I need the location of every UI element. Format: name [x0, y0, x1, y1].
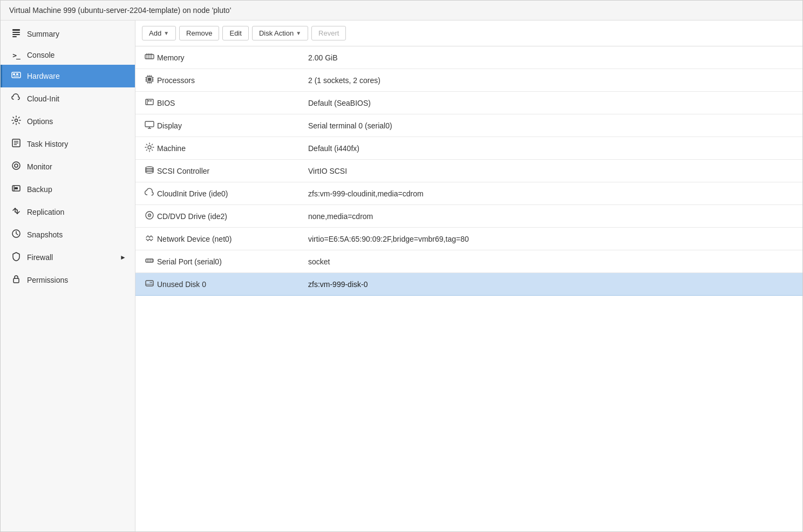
svg-rect-3	[12, 36, 17, 37]
table-row[interactable]: Processors 2 (1 sockets, 2 cores)	[135, 69, 802, 92]
memory-label: Memory	[157, 53, 308, 62]
sidebar-label-snapshots: Snapshots	[27, 230, 63, 239]
svg-rect-45	[150, 100, 152, 101]
revert-label: Revert	[318, 29, 339, 37]
sidebar-item-console[interactable]: >_ Console	[1, 45, 135, 65]
content-area: Add ▼ Remove Edit Disk Action ▼ Revert	[135, 21, 802, 531]
cloudinit-label: CloudInit Drive (ide0)	[157, 189, 308, 198]
table-row[interactable]: Serial Port (serial0) socket	[135, 250, 802, 273]
processors-value: 2 (1 sockets, 2 cores)	[308, 76, 796, 85]
table-row[interactable]: Unused Disk 0 zfs:vm-999-disk-0	[135, 273, 802, 296]
svg-rect-1	[12, 32, 20, 33]
network-value: virtio=E6:5A:65:90:09:2F,bridge=vmbr69,t…	[308, 235, 796, 243]
bios-value: Default (SeaBIOS)	[308, 99, 796, 107]
cdrom-label: CD/DVD Drive (ide2)	[157, 212, 308, 221]
scsi-icon	[142, 165, 157, 177]
sidebar-label-hardware: Hardware	[27, 72, 60, 80]
table-row[interactable]: Network Device (net0) virtio=E6:5A:65:90…	[135, 228, 802, 250]
serial-value: socket	[308, 257, 796, 266]
unused-disk-label: Unused Disk 0	[157, 280, 308, 289]
sidebar-item-backup[interactable]: Backup	[1, 178, 135, 201]
scsi-value: VirtIO SCSI	[308, 167, 796, 175]
svg-rect-6	[16, 73, 18, 75]
sidebar-item-firewall[interactable]: Firewall ►	[1, 246, 135, 269]
table-row[interactable]: Memory 2.00 GiB	[135, 46, 802, 69]
unused-disk-icon	[142, 278, 157, 290]
revert-button[interactable]: Revert	[311, 26, 346, 40]
svg-point-14	[15, 164, 18, 167]
sidebar-label-summary: Summary	[27, 30, 59, 38]
disk-action-button[interactable]: Disk Action ▼	[252, 26, 308, 40]
disk-action-dropdown-arrow-icon: ▼	[296, 30, 301, 36]
hardware-icon	[11, 70, 22, 82]
bios-label: BIOS	[157, 99, 308, 107]
sidebar-label-console: Console	[27, 51, 55, 59]
processors-icon	[142, 74, 157, 86]
display-label: Display	[157, 121, 308, 130]
disk-action-label: Disk Action	[259, 29, 294, 37]
sidebar: Summary >_ Console Har	[1, 21, 135, 531]
table-row[interactable]: CD/DVD Drive (ide2) none,media=cdrom	[135, 205, 802, 228]
sidebar-item-task-history[interactable]: Task History	[1, 133, 135, 155]
snapshots-icon	[11, 229, 22, 241]
sidebar-label-cloud-init: Cloud-Init	[27, 94, 59, 103]
svg-rect-18	[13, 278, 19, 283]
table-row[interactable]: SCSI Controller VirtIO SCSI	[135, 160, 802, 182]
cloudinit-icon	[142, 188, 157, 200]
sidebar-item-permissions[interactable]: Permissions	[1, 269, 135, 291]
toolbar: Add ▼ Remove Edit Disk Action ▼ Revert	[135, 21, 802, 46]
sidebar-item-replication[interactable]: Replication	[1, 201, 135, 223]
main-window: Virtual Machine 999 (ubuntu-server-2204-…	[0, 0, 803, 532]
svg-point-66	[150, 282, 151, 283]
sidebar-item-snapshots[interactable]: Snapshots	[1, 223, 135, 246]
permissions-icon	[11, 274, 22, 286]
replication-icon	[11, 206, 22, 218]
network-label: Network Device (net0)	[157, 235, 308, 243]
remove-button[interactable]: Remove	[179, 26, 219, 40]
sidebar-item-hardware[interactable]: Hardware	[1, 65, 135, 87]
add-label: Add	[149, 29, 161, 37]
display-icon	[142, 120, 157, 132]
svg-point-57	[149, 215, 150, 216]
memory-value: 2.00 GiB	[308, 53, 796, 62]
svg-point-65	[151, 282, 152, 283]
sidebar-item-options[interactable]: Options	[1, 110, 135, 133]
title-bar: Virtual Machine 999 (ubuntu-server-2204-…	[1, 1, 802, 21]
svg-rect-46	[145, 121, 154, 127]
console-icon: >_	[11, 51, 22, 59]
svg-point-49	[148, 146, 151, 149]
serial-icon	[142, 256, 157, 268]
svg-rect-44	[148, 100, 149, 101]
sidebar-label-replication: Replication	[27, 208, 64, 216]
sidebar-label-options: Options	[27, 117, 53, 126]
sidebar-label-monitor: Monitor	[27, 162, 52, 171]
processors-label: Processors	[157, 76, 308, 85]
svg-rect-17	[15, 187, 18, 189]
options-icon	[11, 115, 22, 127]
edit-label: Edit	[229, 29, 241, 37]
svg-rect-4	[12, 72, 21, 78]
table-row[interactable]: Machine Default (i440fx)	[135, 137, 802, 160]
table-row[interactable]: Display Serial terminal 0 (serial0)	[135, 114, 802, 137]
cdrom-icon	[142, 210, 157, 222]
firewall-icon	[11, 251, 22, 263]
svg-rect-5	[13, 73, 15, 75]
svg-rect-29	[148, 78, 151, 81]
sidebar-label-task-history: Task History	[27, 140, 68, 148]
display-value: Serial terminal 0 (serial0)	[308, 121, 796, 130]
scsi-label: SCSI Controller	[157, 167, 308, 175]
add-button[interactable]: Add ▼	[142, 26, 176, 40]
network-icon	[142, 233, 157, 245]
cloudinit-value: zfs:vm-999-cloudinit,media=cdrom	[308, 189, 796, 198]
svg-rect-0	[12, 29, 20, 31]
svg-point-13	[12, 162, 20, 169]
table-row[interactable]: BIOS Default (SeaBIOS)	[135, 92, 802, 114]
unused-disk-value: zfs:vm-999-disk-0	[308, 280, 796, 289]
sidebar-item-monitor[interactable]: Monitor	[1, 155, 135, 178]
table-row[interactable]: CloudInit Drive (ide0) zfs:vm-999-cloudi…	[135, 182, 802, 205]
sidebar-item-summary[interactable]: Summary	[1, 23, 135, 45]
machine-value: Default (i440fx)	[308, 144, 796, 153]
svg-rect-63	[146, 281, 153, 286]
sidebar-item-cloud-init[interactable]: Cloud-Init	[1, 87, 135, 110]
edit-button[interactable]: Edit	[222, 26, 248, 40]
